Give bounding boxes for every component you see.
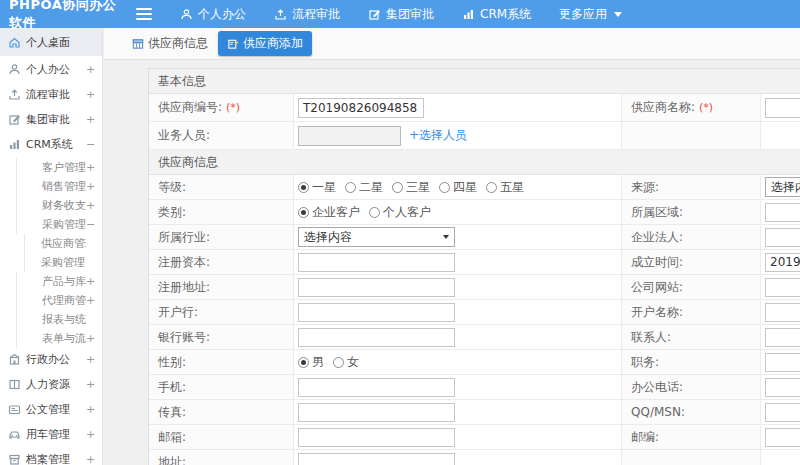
- expand-toggle-icon[interactable]: +: [86, 63, 102, 76]
- field-label: 开户名称:: [621, 300, 761, 324]
- sidebar-item-代理商管理[interactable]: 代理商管理+: [16, 291, 102, 310]
- field-label: 等级:: [149, 175, 294, 199]
- topnav-item-个人办公[interactable]: 个人办公: [166, 0, 260, 28]
- sidebar-item-流程审批[interactable]: 流程审批+: [0, 83, 102, 106]
- text-input[interactable]: [298, 98, 424, 118]
- sidebar-item-采购管理[interactable]: 采购管理: [24, 253, 102, 272]
- expand-toggle-icon[interactable]: +: [86, 403, 102, 416]
- top-nav: 个人办公流程审批集团审批CRM系统更多应用: [166, 0, 636, 28]
- sidebar-item-label: 代理商管理: [42, 293, 86, 308]
- field-label: 注册地址:: [149, 275, 294, 299]
- sidebar-item-采购管理[interactable]: 采购管理−: [16, 215, 102, 234]
- sidebar-item-档案管理[interactable]: 档案管理+: [0, 448, 102, 465]
- text-input[interactable]: [298, 278, 455, 297]
- radio-option-个人客户[interactable]: 个人客户: [369, 204, 431, 221]
- tab-供应商信息[interactable]: 供应商信息: [132, 35, 208, 52]
- expand-toggle-icon[interactable]: −: [86, 218, 102, 231]
- expand-toggle-icon[interactable]: +: [86, 332, 102, 345]
- text-input[interactable]: [765, 278, 800, 297]
- text-input[interactable]: [765, 228, 800, 247]
- radio-option-三星[interactable]: 三星: [392, 179, 430, 196]
- text-input[interactable]: [765, 98, 800, 118]
- sidebar-item-供应商管理[interactable]: 供应商管理: [24, 234, 102, 253]
- text-input[interactable]: [765, 353, 800, 372]
- field-cell: [761, 94, 800, 121]
- radio-option-企业客户[interactable]: 企业客户: [298, 204, 360, 221]
- expand-toggle-icon[interactable]: +: [86, 275, 102, 288]
- field-cell: [761, 250, 800, 274]
- menu-toggle-icon[interactable]: [136, 8, 152, 20]
- sidebar-item-公文管理[interactable]: 公文管理+: [0, 398, 102, 421]
- text-input[interactable]: [298, 253, 455, 272]
- text-input[interactable]: [765, 403, 800, 422]
- sidebar-item-客户管理[interactable]: 客户管理+: [16, 158, 102, 177]
- topnav-item-CRM系统[interactable]: CRM系统: [448, 0, 545, 28]
- text-input[interactable]: [298, 453, 455, 465]
- text-input[interactable]: [765, 203, 800, 222]
- radio-option-一星[interactable]: 一星: [298, 179, 336, 196]
- topnav-item-集团审批[interactable]: 集团审批: [354, 0, 448, 28]
- expand-toggle-icon[interactable]: +: [86, 199, 102, 212]
- topnav-item-更多应用[interactable]: 更多应用: [545, 0, 636, 28]
- field-cell: 选择内容: [294, 225, 621, 249]
- tab-bar: 供应商信息供应商添加: [104, 28, 800, 60]
- sidebar-item-个人桌面[interactable]: 个人桌面: [0, 28, 102, 56]
- sidebar-item-label: 供应商管理: [41, 236, 86, 251]
- text-input[interactable]: [298, 378, 455, 397]
- select-dropdown[interactable]: 选择内容: [765, 177, 800, 197]
- doc-icon: [8, 403, 21, 416]
- expand-toggle-icon[interactable]: +: [86, 378, 102, 391]
- sidebar-item-人力资源[interactable]: 人力资源+: [0, 373, 102, 396]
- radio-label: 五星: [500, 179, 524, 196]
- radio-option-男[interactable]: 男: [298, 354, 324, 371]
- expand-toggle-icon[interactable]: +: [86, 180, 102, 193]
- radio-label: 个人客户: [383, 204, 431, 221]
- expand-toggle-icon[interactable]: +: [86, 453, 102, 465]
- select-value: 选择内容: [771, 179, 800, 196]
- required-marker: (*): [226, 101, 240, 114]
- sidebar-item-报表与统计[interactable]: 报表与统计: [16, 310, 102, 329]
- text-input[interactable]: [298, 303, 455, 322]
- sidebar-item-销售管理[interactable]: 销售管理+: [16, 177, 102, 196]
- sidebar-item-行政办公[interactable]: 行政办公+: [0, 348, 102, 371]
- tab-供应商添加[interactable]: 供应商添加: [218, 31, 312, 56]
- field-label: 手机:: [149, 375, 294, 399]
- sidebar-item-产品与库存[interactable]: 产品与库存+: [16, 272, 102, 291]
- expand-toggle-icon[interactable]: −: [86, 138, 102, 151]
- radio-icon: [298, 182, 309, 193]
- text-input[interactable]: [765, 378, 800, 397]
- text-input[interactable]: [765, 303, 800, 322]
- expand-toggle-icon[interactable]: +: [86, 113, 102, 126]
- expand-toggle-icon[interactable]: +: [86, 294, 102, 307]
- text-input[interactable]: [298, 428, 455, 447]
- radio-option-五星[interactable]: 五星: [486, 179, 524, 196]
- expand-toggle-icon[interactable]: +: [86, 88, 102, 101]
- text-input[interactable]: [298, 403, 455, 422]
- sidebar-item-集团审批[interactable]: 集团审批+: [0, 108, 102, 131]
- radio-group: 男女: [298, 354, 359, 371]
- text-input[interactable]: [765, 428, 800, 447]
- sidebar-item-CRM系统[interactable]: CRM系统−: [0, 133, 102, 156]
- field-label: 联系人:: [621, 325, 761, 349]
- sidebar-item-label: 个人桌面: [26, 35, 81, 50]
- expand-toggle-icon[interactable]: +: [86, 428, 102, 441]
- text-input[interactable]: [765, 328, 800, 347]
- form-row: 业务人员:+选择人员: [149, 122, 800, 150]
- expand-toggle-icon[interactable]: +: [86, 353, 102, 366]
- text-input[interactable]: [765, 253, 800, 272]
- expand-toggle-icon[interactable]: +: [86, 161, 102, 174]
- text-input[interactable]: [298, 126, 401, 146]
- sidebar-item-财务收支[interactable]: 财务收支+: [16, 196, 102, 215]
- select-person-link[interactable]: +选择人员: [409, 127, 467, 144]
- radio-option-女[interactable]: 女: [333, 354, 359, 371]
- text-input[interactable]: [298, 328, 455, 347]
- radio-icon: [369, 207, 380, 218]
- sidebar-item-用车管理[interactable]: 用车管理+: [0, 423, 102, 446]
- radio-option-二星[interactable]: 二星: [345, 179, 383, 196]
- select-dropdown[interactable]: 选择内容: [298, 227, 455, 247]
- sidebar-item-表单与流程设置[interactable]: 表单与流程设置+: [16, 329, 102, 348]
- sidebar-item-个人办公[interactable]: 个人办公+: [0, 58, 102, 81]
- topnav-item-流程审批[interactable]: 流程审批: [260, 0, 354, 28]
- field-cell: 选择内容: [761, 175, 800, 199]
- radio-option-四星[interactable]: 四星: [439, 179, 477, 196]
